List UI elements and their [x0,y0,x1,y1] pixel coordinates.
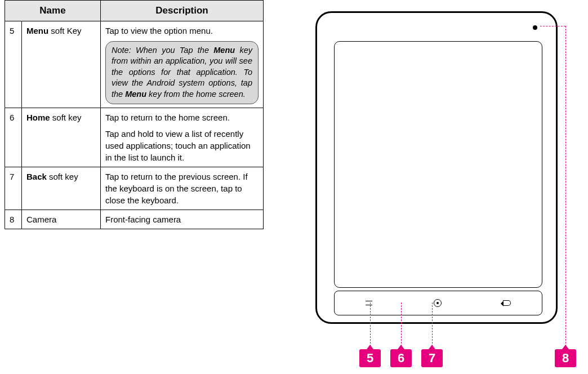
row-name: Camera [22,210,101,229]
row-description: Tap to return to the home screen. Tap an… [101,108,264,167]
camera-icon [533,25,537,30]
home-icon [434,299,442,307]
row-name-rest: soft Key [48,26,81,35]
back-icon [503,300,511,306]
tablet-frame [315,11,558,324]
row-number: 7 [5,167,22,210]
table-row: 5 Menu soft Key Tap to view the option m… [5,21,264,108]
callout-6: 6 [390,349,412,367]
tablet-screen [334,41,542,288]
device-diagram: 5 6 7 8 [315,11,580,372]
row-number: 8 [5,210,22,229]
callout-7: 7 [421,349,443,367]
callout-5: 5 [359,349,381,367]
leader-line [565,26,566,349]
callout-row: 5 6 7 8 [315,349,580,368]
menu-icon [366,301,372,305]
note-box: Note: When you Tap the Menu key from wit… [105,41,259,104]
row-name: Menu soft Key [22,21,101,108]
row-desc-text: Tap to return to the home screen. [105,112,259,123]
row-name: Home soft key [22,108,101,167]
row-description: Tap to view the option menu. Note: When … [101,21,264,108]
note-text: Note: When you Tap the [112,46,213,55]
leader-line [401,302,402,349]
header-name: Name [5,1,101,21]
row-number: 6 [5,108,22,167]
row-number: 5 [5,21,22,108]
row-desc-text: Tap and hold to view a list of recently … [105,128,259,163]
leader-line [370,302,371,349]
row-desc-text: Tap to view the option menu. [105,25,259,37]
leader-line [432,302,433,349]
row-name-rest: soft key [50,113,82,122]
note-bold: Menu [213,46,235,55]
soft-key-bar [334,291,542,315]
row-description: Front-facing camera [101,210,264,229]
row-name-rest: soft key [47,172,78,181]
callout-8: 8 [555,349,576,367]
row-name: Back soft key [22,167,101,210]
note-bold: Menu [125,90,146,99]
note-text: key from the home screen. [146,90,246,99]
spec-table: Name Description 5 Menu soft Key Tap to … [5,0,264,229]
spec-table-container: Name Description 5 Menu soft Key Tap to … [5,0,264,229]
row-name-bold: Menu [26,26,48,35]
leader-line [540,26,565,26]
table-row: 8 Camera Front-facing camera [5,210,264,229]
header-description: Description [101,1,264,21]
table-row: 7 Back soft key Tap to return to the pre… [5,167,264,210]
row-name-bold: Home [26,113,50,122]
row-name-bold: Back [26,172,47,181]
table-row: 6 Home soft key Tap to return to the hom… [5,108,264,167]
row-description: Tap to return to the previous screen. If… [101,167,264,210]
